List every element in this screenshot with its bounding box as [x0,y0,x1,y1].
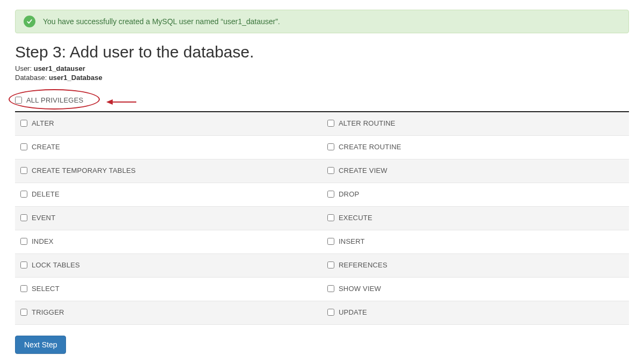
privilege-label: DROP [339,190,359,198]
privilege-label: EVENT [32,214,55,222]
privilege-label: CREATE VIEW [339,166,387,175]
privilege-checkbox-label[interactable]: LOCK TABLES [20,261,80,269]
privilege-checkbox[interactable] [327,309,334,316]
privilege-row: DELETEDROP [15,183,629,206]
privilege-label: INDEX [32,237,54,245]
privilege-label: CREATE TEMPORARY TABLES [32,166,136,175]
privilege-row: CREATECREATE ROUTINE [15,135,629,159]
privilege-checkbox-label[interactable]: CREATE VIEW [327,166,387,175]
privilege-row: ALTERALTER ROUTINE [15,112,629,136]
privilege-checkbox[interactable] [327,214,334,221]
privilege-label: EXECUTE [339,214,372,222]
all-privileges-checkbox-label[interactable]: ALL PRIVILEGES [15,96,83,104]
all-privileges-text: ALL PRIVILEGES [26,96,83,104]
alert-message: You have successfully created a MySQL us… [43,17,280,26]
all-privileges-section: ALL PRIVILEGES [15,95,629,107]
privilege-checkbox-label[interactable]: DELETE [20,190,60,198]
privilege-checkbox-label[interactable]: SELECT [20,285,60,293]
privilege-row: EVENTEXECUTE [15,206,629,230]
privilege-checkbox[interactable] [327,238,334,245]
privilege-label: ALTER [32,119,54,127]
all-privileges-checkbox[interactable] [15,97,22,104]
privilege-cell: UPDATE [322,301,629,324]
privilege-label: SELECT [32,285,60,293]
privilege-row: TRIGGERUPDATE [15,301,629,324]
privilege-cell: EXECUTE [322,206,629,230]
privilege-checkbox[interactable] [20,167,27,174]
privilege-checkbox[interactable] [327,120,334,127]
privilege-checkbox-label[interactable]: ALTER ROUTINE [327,119,396,127]
privilege-checkbox[interactable] [327,285,334,292]
privilege-checkbox-label[interactable]: ALTER [20,119,54,127]
user-line: User: user1_datauser [15,64,629,74]
privilege-checkbox-label[interactable]: INDEX [20,237,54,245]
privileges-table: ALTERALTER ROUTINECREATECREATE ROUTINECR… [15,112,629,325]
privilege-cell: CREATE TEMPORARY TABLES [15,159,322,183]
privilege-cell: CREATE VIEW [322,159,629,183]
privilege-checkbox[interactable] [327,191,334,198]
privilege-checkbox[interactable] [20,120,27,127]
privilege-checkbox-label[interactable]: UPDATE [327,308,367,316]
privilege-label: REFERENCES [339,261,387,269]
database-line: Database: user1_Database [15,74,629,83]
privilege-checkbox[interactable] [20,214,27,221]
privilege-label: ALTER ROUTINE [339,119,396,127]
privilege-checkbox[interactable] [20,285,27,292]
privilege-label: CREATE ROUTINE [339,143,401,151]
privilege-cell: DROP [322,183,629,206]
privilege-checkbox[interactable] [20,238,27,245]
privilege-checkbox-label[interactable]: DROP [327,190,359,198]
privilege-cell: INSERT [322,230,629,253]
privilege-checkbox-label[interactable]: CREATE TEMPORARY TABLES [20,166,136,175]
privilege-label: CREATE [32,143,60,151]
privilege-cell: CREATE [15,135,322,159]
privilege-checkbox-label[interactable]: EVENT [20,214,55,222]
privilege-cell: SHOW VIEW [322,277,629,301]
privilege-cell: REFERENCES [322,253,629,277]
next-step-button[interactable]: Next Step [15,336,66,354]
privilege-checkbox[interactable] [327,143,334,150]
privilege-label: TRIGGER [32,308,64,316]
privilege-label: SHOW VIEW [339,285,381,293]
privilege-checkbox-label[interactable]: CREATE [20,143,60,151]
privilege-checkbox-label[interactable]: EXECUTE [327,214,372,222]
svg-marker-1 [106,99,113,105]
privilege-checkbox[interactable] [327,261,334,268]
database-label: Database: [15,74,47,82]
privilege-row: SELECTSHOW VIEW [15,277,629,301]
privilege-checkbox[interactable] [20,309,27,316]
privilege-cell: EVENT [15,206,322,230]
privilege-label: DELETE [32,190,60,198]
privilege-cell: DELETE [15,183,322,206]
privilege-cell: INDEX [15,230,322,253]
privilege-label: LOCK TABLES [32,261,80,269]
privilege-row: CREATE TEMPORARY TABLESCREATE VIEW [15,159,629,183]
privilege-cell: CREATE ROUTINE [322,135,629,159]
privilege-cell: TRIGGER [15,301,322,324]
privilege-cell: LOCK TABLES [15,253,322,277]
user-value: user1_datauser [34,64,85,72]
annotation-arrow-icon [106,97,136,109]
privilege-cell: SELECT [15,277,322,301]
privilege-checkbox[interactable] [20,143,27,150]
database-value: user1_Database [49,74,103,82]
user-label: User: [15,64,32,72]
privilege-checkbox-label[interactable]: CREATE ROUTINE [327,143,401,151]
privilege-checkbox[interactable] [327,167,334,174]
privilege-checkbox-label[interactable]: INSERT [327,237,365,245]
privilege-checkbox-label[interactable]: SHOW VIEW [327,285,381,293]
privilege-checkbox-label[interactable]: TRIGGER [20,308,64,316]
check-icon [24,16,35,27]
privilege-label: INSERT [339,237,365,245]
privilege-checkbox-label[interactable]: REFERENCES [327,261,387,269]
privilege-checkbox[interactable] [20,261,27,268]
privilege-row: LOCK TABLESREFERENCES [15,253,629,277]
success-alert: You have successfully created a MySQL us… [15,10,629,33]
privilege-cell: ALTER ROUTINE [322,112,629,136]
privilege-cell: ALTER [15,112,322,136]
privilege-label: UPDATE [339,308,367,316]
privilege-row: INDEXINSERT [15,230,629,253]
page-title: Step 3: Add user to the database. [15,43,629,61]
privilege-checkbox[interactable] [20,191,27,198]
